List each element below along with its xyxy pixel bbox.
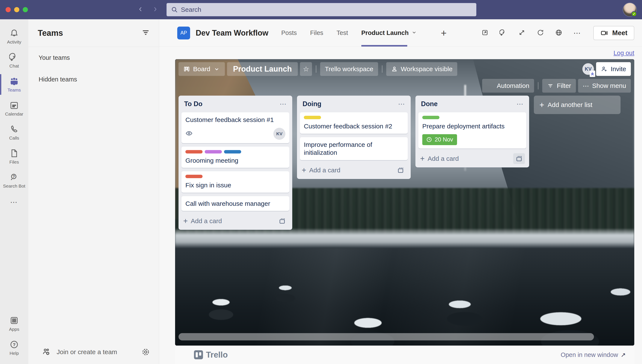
apps-grid-icon — [9, 316, 19, 326]
card-label — [304, 116, 321, 119]
add-tab-button[interactable]: + — [441, 27, 447, 39]
forward-button[interactable] — [152, 6, 158, 13]
card[interactable]: Call with warehouse manager — [182, 196, 289, 211]
gear-icon[interactable] — [141, 347, 150, 357]
filter-icon — [547, 82, 554, 89]
rail-item-chat[interactable]: Chat — [0, 48, 28, 72]
filter-teams-button[interactable] — [141, 28, 150, 38]
automation-button[interactable]: Automation — [482, 79, 534, 92]
more-horizontal-icon: ⋯ — [583, 82, 589, 90]
add-card-button[interactable]: + Add a card — [302, 166, 340, 175]
board-actions: Automation Filter ⋯ Show menu — [482, 79, 631, 92]
rail-item-activity[interactable]: Activity — [0, 24, 28, 48]
conversation-icon[interactable] — [500, 29, 507, 37]
bell-icon — [9, 28, 19, 38]
rail-item-files[interactable]: Files — [0, 144, 28, 168]
add-card-button[interactable]: + Add a card — [420, 154, 459, 163]
window-titlebar: ✓ — [0, 0, 642, 19]
horizontal-scrollbar[interactable] — [179, 333, 594, 340]
lightning-icon — [487, 82, 494, 89]
card[interactable]: Customer feedback session #2 — [300, 112, 408, 134]
card[interactable]: Prepare deployment artifacts 20 Nov — [418, 112, 526, 148]
list-title[interactable]: To Do — [184, 100, 203, 108]
trello-board: Board Product Launch ☆ Trello workspace … — [175, 59, 634, 346]
open-in-new-window-link[interactable]: Open in new window ↗ — [561, 351, 626, 358]
tab-footer: Trello Open in new window ↗ — [175, 346, 634, 364]
team-title: Dev Team Workflow — [196, 28, 268, 38]
list-title[interactable]: Doing — [302, 100, 322, 108]
trello-logo[interactable]: Trello — [194, 350, 228, 360]
board-toolbar: Board Product Launch ☆ Trello workspace … — [179, 62, 631, 76]
channel-header: AP Dev Team Workflow Posts Files Test Pr… — [159, 19, 642, 47]
minimize-window-button[interactable] — [14, 7, 19, 12]
tab-test[interactable]: Test — [337, 19, 348, 46]
zoom-window-button[interactable] — [23, 7, 28, 12]
create-from-template-button[interactable] — [276, 216, 288, 226]
file-icon — [9, 148, 19, 158]
tab-more-options-icon[interactable]: ⋯ — [573, 29, 581, 37]
tab-posts[interactable]: Posts — [281, 19, 297, 46]
search-input[interactable] — [181, 6, 472, 13]
rail-item-search-bot[interactable]: ? Search Bot — [0, 168, 28, 192]
card[interactable]: Improve performance of initialization — [300, 137, 408, 160]
back-button[interactable] — [137, 6, 144, 13]
card-label — [205, 150, 222, 154]
filter-icon — [141, 28, 150, 37]
phone-icon — [9, 124, 19, 134]
tab-product-launch[interactable]: Product Launch — [361, 19, 417, 46]
user-avatar[interactable]: ✓ — [623, 3, 636, 16]
workspace-button[interactable]: Trello workspace — [320, 62, 378, 76]
list-title[interactable]: Done — [421, 100, 438, 108]
rail-more-button[interactable]: ⋯ — [0, 192, 28, 212]
search-bar[interactable] — [167, 3, 476, 16]
tab-files[interactable]: Files — [310, 19, 323, 46]
list-doing: Doing ⋯ Customer feedback session #2 Imp… — [297, 96, 411, 179]
popout-tab-icon[interactable] — [481, 29, 489, 37]
chevron-down-icon — [412, 29, 417, 36]
rail-item-calls[interactable]: Calls — [0, 120, 28, 144]
more-horizontal-icon: ⋯ — [10, 198, 18, 206]
list-actions-icon[interactable]: ⋯ — [516, 100, 524, 108]
plus-icon: + — [420, 154, 425, 163]
list-actions-icon[interactable]: ⋯ — [398, 100, 406, 108]
meet-button[interactable]: Meet — [593, 26, 634, 40]
external-arrow-icon: ↗ — [621, 351, 626, 358]
refresh-icon[interactable] — [536, 29, 544, 37]
workspace-visibility-button[interactable]: Workspace visible — [386, 62, 457, 76]
rail-item-apps[interactable]: Apps — [0, 312, 28, 336]
list-done: Done ⋯ Prepare deployment artifacts 20 N… — [415, 96, 529, 168]
card-member-avatar[interactable]: KV — [273, 128, 285, 140]
star-board-button[interactable]: ☆ — [300, 62, 312, 76]
logout-link[interactable]: Log out — [613, 50, 634, 56]
board-views-dropdown[interactable]: Board — [179, 62, 225, 76]
rail-item-teams[interactable]: Teams — [0, 72, 28, 96]
filter-cards-button[interactable]: Filter — [542, 79, 576, 92]
card-label — [422, 116, 439, 119]
rail-item-help[interactable]: ? Help — [0, 336, 28, 360]
expand-tab-icon[interactable] — [518, 29, 526, 37]
person-plus-icon — [601, 66, 608, 72]
team-avatar[interactable]: AP — [177, 26, 190, 40]
window-controls — [6, 7, 28, 12]
card[interactable]: Customer feedback session #1 KV — [182, 112, 289, 143]
card[interactable]: Fix sign in issue — [182, 171, 289, 193]
show-menu-button[interactable]: ⋯ Show menu — [578, 79, 631, 92]
globe-icon[interactable] — [555, 29, 563, 37]
plus-icon: + — [183, 216, 188, 226]
board-member-avatar[interactable]: KV — [582, 63, 594, 75]
list-actions-icon[interactable]: ⋯ — [279, 100, 287, 108]
due-date-badge[interactable]: 20 Nov — [422, 134, 457, 145]
add-card-button[interactable]: + Add a card — [183, 216, 222, 226]
card[interactable]: Grooming meeting — [182, 147, 289, 168]
sidebar-section-your-teams[interactable]: Your teams — [28, 47, 159, 68]
close-window-button[interactable] — [6, 7, 11, 12]
create-from-template-button[interactable] — [395, 165, 406, 176]
rail-item-calendar[interactable]: Calendar — [0, 96, 28, 120]
join-or-create-team-button[interactable]: Join or create a team — [57, 348, 135, 356]
sidebar-section-hidden-teams[interactable]: Hidden teams — [28, 68, 159, 90]
invite-button[interactable]: Invite — [596, 62, 631, 76]
calendar-icon — [9, 100, 19, 110]
create-from-template-button[interactable] — [513, 153, 525, 164]
board-title[interactable]: Product Launch — [227, 62, 298, 76]
add-another-list-button[interactable]: + Add another list — [534, 96, 620, 114]
